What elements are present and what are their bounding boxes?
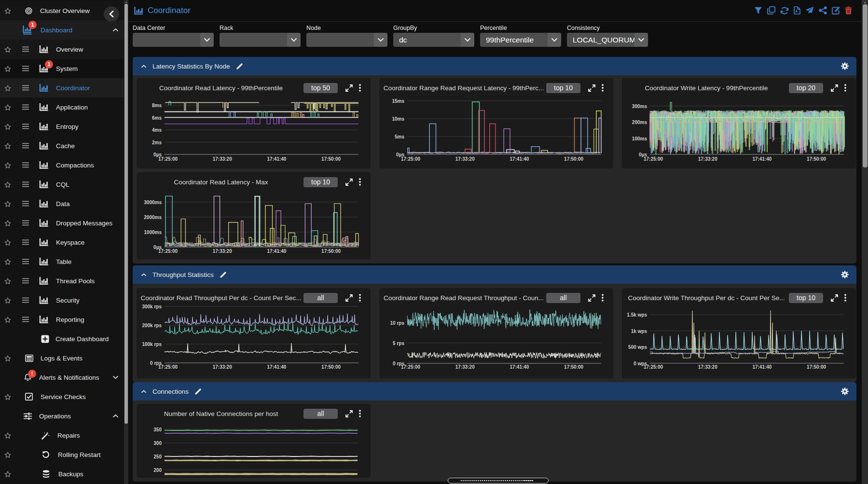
svg-text:1k wps: 1k wps <box>631 329 648 334</box>
svg-text:17:50:00: 17:50:00 <box>807 156 826 162</box>
svg-text:17:41:40: 17:41:40 <box>510 364 529 370</box>
svg-text:4ms: 4ms <box>152 127 162 133</box>
svg-text:250: 250 <box>153 454 162 459</box>
svg-text:300ms: 300ms <box>632 104 648 109</box>
svg-text:17:41:40: 17:41:40 <box>510 156 529 162</box>
svg-text:17:33:20: 17:33:20 <box>213 156 232 162</box>
svg-text:17:33:20: 17:33:20 <box>213 364 232 370</box>
svg-text:17:41:40: 17:41:40 <box>267 249 286 254</box>
svg-text:17:50:00: 17:50:00 <box>321 249 341 254</box>
svg-text:1000ms: 1000ms <box>144 230 162 235</box>
svg-text:17:41:40: 17:41:40 <box>752 156 772 162</box>
svg-text:17:25:00: 17:25:00 <box>158 156 178 162</box>
svg-text:3000ms: 3000ms <box>144 200 162 205</box>
svg-text:17:33:20: 17:33:20 <box>455 156 475 162</box>
svg-text:17:25:00: 17:25:00 <box>644 364 663 370</box>
svg-text:17:33:20: 17:33:20 <box>698 156 717 162</box>
svg-text:5ms: 5ms <box>395 134 404 139</box>
svg-text:17:25:00: 17:25:00 <box>401 156 420 162</box>
svg-text:17:50:00: 17:50:00 <box>807 364 826 370</box>
svg-text:17:50:00: 17:50:00 <box>321 364 341 370</box>
svg-text:17:50:00: 17:50:00 <box>564 364 583 370</box>
svg-text:5 rps: 5 rps <box>393 341 404 346</box>
svg-text:17:41:40: 17:41:40 <box>267 364 286 370</box>
svg-text:17:50:00: 17:50:00 <box>564 156 583 162</box>
svg-text:15ms: 15ms <box>392 98 404 104</box>
svg-text:2ms: 2ms <box>152 140 162 145</box>
svg-text:17:33:20: 17:33:20 <box>455 364 475 370</box>
svg-text:300: 300 <box>153 441 162 446</box>
svg-text:200: 200 <box>153 468 162 473</box>
svg-text:500 wps: 500 wps <box>628 345 647 350</box>
svg-text:10 rps: 10 rps <box>390 320 405 326</box>
svg-text:17:25:00: 17:25:00 <box>401 364 420 370</box>
svg-text:8ms: 8ms <box>152 103 162 108</box>
svg-text:17:33:20: 17:33:20 <box>698 364 717 370</box>
svg-text:17:41:40: 17:41:40 <box>752 364 772 370</box>
svg-text:100ms: 100ms <box>632 136 648 141</box>
svg-text:6ms: 6ms <box>152 115 162 121</box>
svg-text:100k rps: 100k rps <box>142 342 162 347</box>
svg-text:17:25:00: 17:25:00 <box>158 249 178 254</box>
svg-text:200ms: 200ms <box>632 120 648 125</box>
svg-text:A: A <box>795 10 798 13</box>
svg-text:2000ms: 2000ms <box>144 215 162 220</box>
svg-text:200k rps: 200k rps <box>142 323 162 328</box>
svg-text:17:25:00: 17:25:00 <box>644 156 663 162</box>
svg-text:1.5k wps: 1.5k wps <box>627 312 647 318</box>
svg-text:17:25:00: 17:25:00 <box>158 364 178 370</box>
svg-text:17:50:00: 17:50:00 <box>321 156 341 162</box>
svg-text:10ms: 10ms <box>392 116 404 122</box>
svg-text:17:33:20: 17:33:20 <box>213 249 232 254</box>
svg-text:300k rps: 300k rps <box>142 304 162 309</box>
svg-text:350: 350 <box>153 427 162 432</box>
svg-text:17:41:40: 17:41:40 <box>267 156 286 162</box>
